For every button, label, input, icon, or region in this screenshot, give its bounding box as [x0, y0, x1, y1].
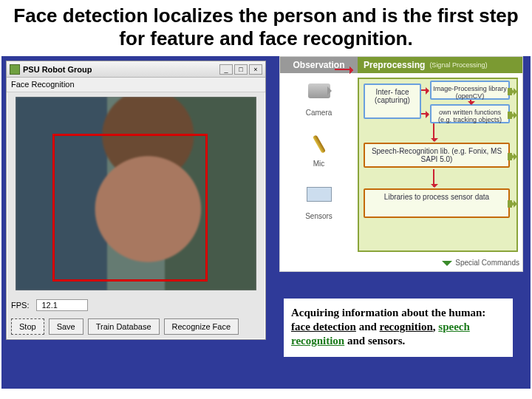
caption-lead: Acquiring information about the human:	[291, 307, 485, 318]
close-button[interactable]: ×	[249, 64, 262, 75]
video-feed	[16, 97, 256, 290]
camera-icon	[304, 83, 334, 107]
arrow-icon	[470, 100, 471, 104]
app-icon	[10, 64, 20, 75]
slide-title: Face detection localizes the person and …	[0, 0, 532, 53]
arrow-icon	[421, 113, 429, 115]
app-window: PSU Robot Group _ □ × Face Recognition F…	[6, 61, 266, 340]
sensors-item: Sensors	[304, 184, 334, 220]
image-processing-lib-box: Image-Processing library (openCV)	[430, 81, 510, 100]
section-label: Face Recognition	[7, 78, 265, 92]
mic-label: Mic	[313, 160, 325, 168]
preprocessing-header-text: Preprocessing	[364, 60, 425, 70]
caption-recognition: recognition	[380, 321, 433, 332]
arrow-icon	[421, 89, 429, 91]
save-button[interactable]: Save	[49, 318, 83, 335]
mic-item: Mic	[304, 133, 334, 168]
special-commands-label: Special Commands	[442, 258, 519, 268]
camera-item: Camera	[304, 81, 334, 117]
output-arrow-icon	[508, 88, 518, 95]
mic-icon	[304, 134, 334, 158]
observation-header: Observation	[280, 57, 358, 73]
caption-tail: and sensors.	[344, 335, 405, 347]
caption-mid1: and	[356, 321, 380, 332]
preprocessing-header: Preprocessing (Signal Processing)	[358, 57, 522, 73]
stop-button[interactable]: Stop	[11, 318, 44, 335]
output-arrow-icon	[508, 200, 518, 208]
camera-label: Camera	[306, 109, 332, 117]
arrow-icon	[335, 69, 352, 70]
fps-label: FPS:	[11, 301, 29, 310]
face-detection-box	[52, 134, 208, 282]
window-title: PSU Robot Group	[23, 65, 219, 74]
content-area: PSU Robot Group _ □ × Face Recognition F…	[1, 56, 531, 389]
output-arrow-icon	[508, 112, 518, 119]
observation-column: Camera Mic Sensors	[280, 73, 358, 256]
recognize-face-button[interactable]: Recognize Face	[164, 318, 239, 335]
pipeline-diagram: Observation Preprocessing (Signal Proces…	[279, 56, 523, 272]
fps-value: 12.1	[36, 299, 88, 311]
caption-face-detection: face detection	[291, 321, 356, 332]
output-arrow-icon	[508, 153, 518, 160]
maximize-button[interactable]: □	[234, 64, 248, 75]
sensor-data-lib-box: Libraries to process sensor data	[364, 188, 510, 218]
interface-box: Inter- face (capturing)	[364, 83, 421, 119]
arrow-icon	[433, 169, 434, 187]
preprocessing-subheader: (Signal Processing)	[429, 61, 487, 69]
train-database-button[interactable]: Train Database	[88, 318, 160, 335]
speech-recognition-box: Speech-Recognition lib. (e.g. Fonix, MS …	[364, 143, 510, 168]
preprocessing-column: Inter- face (capturing) Image-Processing…	[358, 78, 518, 252]
sensors-icon	[304, 187, 334, 211]
minimize-button[interactable]: _	[219, 64, 233, 75]
caption-box: Acquiring information about the human: f…	[284, 299, 513, 356]
arrow-icon	[433, 123, 434, 141]
titlebar: PSU Robot Group _ □ ×	[7, 61, 265, 78]
sensors-label: Sensors	[305, 212, 332, 220]
